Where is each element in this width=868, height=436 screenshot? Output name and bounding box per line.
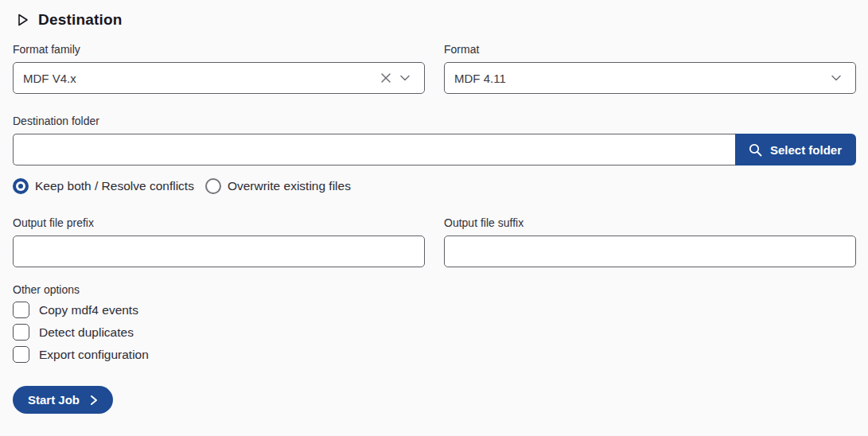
section-title: Destination: [38, 11, 123, 29]
destination-folder-row: Select folder: [13, 134, 856, 165]
output-suffix-field: Output file suffix: [444, 216, 856, 267]
prefix-suffix-row: Output file prefix Output file suffix: [13, 216, 856, 267]
format-label: Format: [444, 43, 856, 56]
output-prefix-input[interactable]: [13, 236, 425, 267]
chevron-down-icon[interactable]: [395, 68, 415, 88]
section-header: Destination: [13, 10, 856, 43]
collapse-triangle-icon[interactable]: [18, 14, 29, 26]
destination-folder-field: Destination folder Select folder: [13, 115, 856, 165]
checkbox-detect-duplicates-label: Detect duplicates: [39, 325, 134, 340]
checkbox-copy-mdf4-events[interactable]: Copy mdf4 events: [13, 302, 856, 318]
checkbox-icon[interactable]: [13, 324, 29, 341]
checkbox-copy-mdf4-events-label: Copy mdf4 events: [39, 303, 138, 317]
conflict-options: Keep both / Resolve conflicts Overwrite …: [13, 178, 856, 194]
radio-overwrite[interactable]: Overwrite existing files: [205, 178, 351, 194]
other-options-label: Other options: [13, 283, 856, 296]
clear-icon[interactable]: [376, 68, 395, 88]
format-family-value: MDF V4.x: [23, 72, 376, 85]
start-job-label: Start Job: [28, 393, 80, 407]
output-prefix-field: Output file prefix: [13, 216, 425, 267]
format-family-field: Format family MDF V4.x: [13, 43, 425, 94]
radio-keep-both[interactable]: Keep both / Resolve conflicts: [13, 178, 194, 194]
format-family-label: Format family: [13, 43, 425, 56]
other-options-group: Other options Copy mdf4 events Detect du…: [13, 283, 856, 363]
output-suffix-label: Output file suffix: [444, 216, 856, 229]
format-row: Format family MDF V4.x Format MDF 4.11: [13, 43, 856, 94]
start-job-button[interactable]: Start Job: [13, 386, 113, 414]
select-folder-label: Select folder: [770, 143, 842, 157]
format-field: Format MDF 4.11: [444, 43, 856, 94]
checkbox-detect-duplicates[interactable]: Detect duplicates: [13, 324, 856, 341]
radio-keep-both-label: Keep both / Resolve conflicts: [35, 179, 194, 193]
output-suffix-input[interactable]: [444, 236, 856, 267]
chevron-down-icon[interactable]: [827, 68, 846, 88]
checkbox-icon[interactable]: [13, 302, 29, 318]
checkbox-icon[interactable]: [13, 346, 29, 363]
select-folder-button[interactable]: Select folder: [735, 134, 856, 165]
format-select[interactable]: MDF 4.11: [444, 62, 856, 94]
destination-folder-input[interactable]: [13, 134, 735, 165]
checkbox-export-configuration-label: Export configuration: [39, 348, 149, 362]
radio-selected-icon[interactable]: [13, 178, 29, 194]
destination-section: Destination Format family MDF V4.x: [0, 0, 868, 414]
destination-folder-label: Destination folder: [13, 115, 856, 127]
radio-overwrite-label: Overwrite existing files: [228, 179, 351, 193]
magnifier-icon: [748, 142, 763, 158]
format-value: MDF 4.11: [454, 72, 827, 85]
chevron-right-icon: [88, 395, 99, 406]
output-prefix-label: Output file prefix: [13, 216, 425, 229]
radio-unselected-icon[interactable]: [205, 178, 221, 194]
format-family-select[interactable]: MDF V4.x: [13, 62, 425, 94]
checkbox-export-configuration[interactable]: Export configuration: [13, 346, 856, 363]
